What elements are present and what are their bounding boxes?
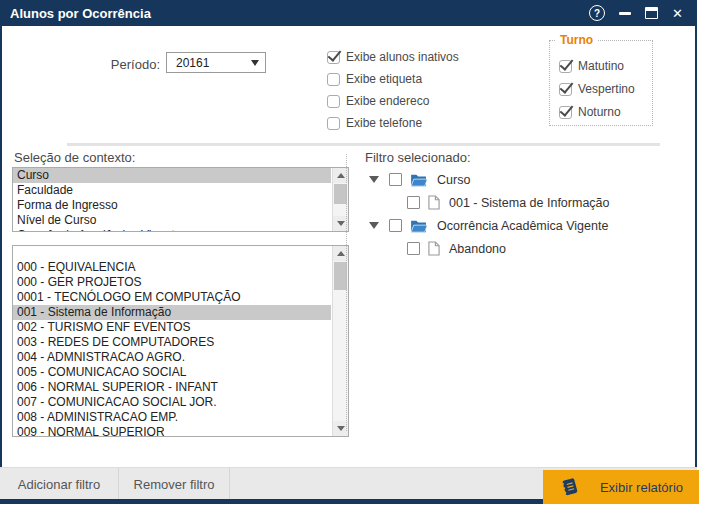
list-item[interactable]: 004 - ADMNISTRACAO AGRO. [13, 350, 331, 365]
checkbox-label: Exibe telefone [346, 116, 422, 130]
chevron-down-icon [251, 60, 259, 66]
dialog-alunos-por-ocorrencia: Alunos por Ocorrência ? ✕ Período: 20161… [0, 0, 697, 504]
checkbox-icon [327, 73, 340, 86]
tree-node-label: Ocorrência Acadêmica Vigente [437, 219, 608, 233]
document-icon [428, 195, 440, 210]
list-item[interactable]: 003 - REDES DE COMPUTADORES [13, 335, 331, 350]
checkbox-icon [327, 117, 340, 130]
title-bar: Alunos por Ocorrência ? ✕ [0, 0, 697, 26]
checkbox-label: Noturno [578, 105, 621, 119]
window-title: Alunos por Ocorrência [10, 6, 589, 21]
list-item[interactable]: Curso [13, 168, 331, 183]
report-icon [559, 477, 579, 497]
values-listbox: 000 - EQUIVALENCIA 000 - GER PROJETOS 00… [12, 245, 349, 437]
list-item[interactable]: 006 - NORMAL SUPERIOR - INFANT [13, 380, 331, 395]
list-item[interactable]: 009 - NORMAL SUPERIOR [13, 425, 331, 437]
checkbox-exibe-alunos-inativos[interactable]: Exibe alunos inativos [327, 50, 459, 64]
periodo-value: 20161 [176, 56, 251, 70]
chevron-down-icon[interactable] [369, 222, 379, 229]
checkbox-label: Exibe endereco [346, 94, 429, 108]
list-item[interactable]: 007 - COMUNICACAO SOCIAL JOR. [13, 395, 331, 410]
selected-filter-label: Filtro selecionado: [365, 150, 471, 165]
selected-filter-tree: Curso 001 - Sistema de Informação Oco [365, 168, 610, 260]
checkbox-exibe-etiqueta[interactable]: Exibe etiqueta [327, 72, 459, 86]
context-selection-label: Seleção de contexto: [14, 150, 135, 165]
add-filter-button[interactable]: Adicionar filtro [0, 468, 119, 500]
checkbox-label: Vespertino [578, 82, 635, 96]
folder-open-icon [410, 173, 428, 187]
checkbox-noturno[interactable]: Noturno [559, 105, 652, 119]
checkbox-exibe-telefone[interactable]: Exibe telefone [327, 116, 459, 130]
folder-open-icon [410, 219, 428, 233]
tree-node-curso[interactable]: Curso [365, 168, 610, 191]
checkbox-vespertino[interactable]: Vespertino [559, 82, 652, 96]
window-controls: ? ✕ [589, 5, 683, 21]
tree-node-sistema-de-informacao[interactable]: 001 - Sistema de Informação [365, 191, 610, 214]
checkbox-label: Exibe etiqueta [346, 72, 422, 86]
checkbox-matutino[interactable]: Matutino [559, 59, 652, 73]
periodo-label: Período: [62, 57, 160, 72]
tree-node-label: Curso [437, 173, 470, 187]
list-item[interactable]: Ocorrência Acadêmica Vigente [13, 228, 331, 232]
checkbox-icon [327, 95, 340, 108]
display-options: Exibe alunos inativos Exibe etiqueta Exi… [327, 50, 459, 130]
list-item[interactable]: 0001 - TECNÓLOGO EM COMPUTAÇÃO [13, 290, 331, 305]
checkbox-label: Exibe alunos inativos [346, 50, 459, 64]
context-listbox: Curso Faculdade Forma de Ingresso Nível … [12, 167, 349, 232]
checkbox-icon[interactable] [407, 242, 420, 255]
checkbox-exibe-endereco[interactable]: Exibe endereco [327, 94, 459, 108]
remove-filter-button[interactable]: Remover filtro [119, 468, 230, 500]
checkbox-icon[interactable] [407, 196, 420, 209]
turno-legend: Turno [556, 33, 597, 47]
show-report-button[interactable]: Exibir relatório [543, 470, 699, 504]
checkbox-icon[interactable] [389, 219, 402, 232]
checkbox-icon [327, 51, 340, 64]
list-item[interactable]: Faculdade [13, 183, 331, 198]
turno-group: Turno Matutino Vespertino Noturno [549, 40, 653, 126]
list-item[interactable]: 005 - COMUNICACAO SOCIAL [13, 365, 331, 380]
chevron-down-icon[interactable] [369, 176, 379, 183]
list-item[interactable]: Forma de Ingresso [13, 198, 331, 213]
checkbox-label: Matutino [578, 59, 624, 73]
checkbox-icon [559, 106, 572, 119]
tree-node-label: Abandono [449, 242, 506, 256]
list-item[interactable]: 000 - EQUIVALENCIA [13, 260, 331, 275]
close-icon[interactable]: ✕ [672, 7, 683, 20]
help-icon[interactable]: ? [589, 5, 605, 21]
list-item[interactable]: Nível de Curso [13, 213, 331, 228]
show-report-label: Exibir relatório [600, 480, 683, 495]
checkbox-icon[interactable] [389, 173, 402, 186]
maximize-icon[interactable] [645, 7, 658, 19]
periodo-select[interactable]: 20161 [166, 52, 266, 73]
list-item[interactable]: 000 - GER PROJETOS [13, 275, 331, 290]
checkbox-icon [559, 60, 572, 73]
checkbox-icon [559, 83, 572, 96]
minimize-icon[interactable] [619, 12, 631, 15]
document-icon [428, 241, 440, 256]
list-item[interactable]: 008 - ADMINISTRACAO EMP. [13, 410, 331, 425]
tree-node-ocorrencia-academica-vigente[interactable]: Ocorrência Acadêmica Vigente [365, 214, 610, 237]
section-divider [67, 143, 660, 146]
list-item[interactable]: 002 - TURISMO ENF EVENTOS [13, 320, 331, 335]
tree-node-abandono[interactable]: Abandono [365, 237, 610, 260]
panel-divider [346, 154, 347, 431]
tree-node-label: 001 - Sistema de Informação [449, 196, 610, 210]
list-item[interactable]: 001 - Sistema de Informação [13, 305, 331, 320]
